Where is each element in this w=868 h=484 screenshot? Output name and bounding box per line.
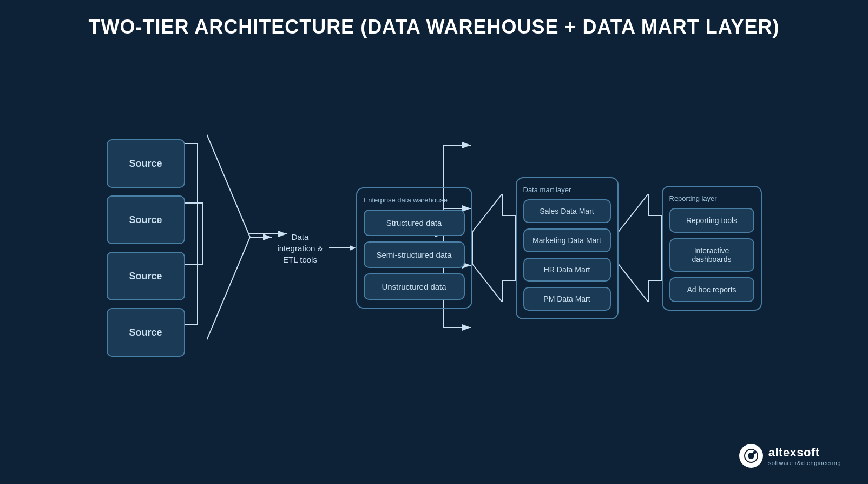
logo-name: altexsoft: [768, 446, 841, 460]
edw-item-2: Unstructured data: [364, 273, 465, 300]
sources-column: Source Source Source Source: [107, 139, 185, 357]
edw-item-1: Semi-structured data: [364, 241, 465, 268]
svg-point-27: [753, 451, 756, 454]
svg-marker-23: [472, 194, 516, 302]
etl-label: Data integration & ETL tools: [276, 231, 325, 265]
big-arrow-dm-reporting: [619, 194, 662, 302]
svg-marker-18: [207, 134, 250, 340]
source-box-4: Source: [107, 308, 185, 357]
funnel-svg: [207, 134, 272, 362]
datamart-item-1: Marketing Data Mart: [523, 228, 611, 252]
datamart-label: Data mart layer: [523, 186, 611, 194]
reporting-item-0: Reporting tools: [669, 208, 754, 233]
logo-subtitle: software r&d engineering: [768, 460, 841, 466]
reporting-label: Reporting layer: [669, 194, 754, 202]
reporting-container: Reporting layer Reporting tools Interact…: [662, 186, 762, 311]
arrow-etl-edw: [329, 240, 356, 256]
reporting-item-2: Ad hoc reports: [669, 277, 754, 302]
source-box-3: Source: [107, 252, 185, 300]
svg-marker-24: [619, 194, 662, 302]
datamart-container: Data mart layer Sales Data Mart Marketin…: [516, 177, 619, 319]
datamart-item-3: PM Data Mart: [523, 287, 611, 311]
diagram-container: Source Source Source Source Data integra…: [0, 38, 868, 452]
logo-icon: [739, 444, 763, 468]
logo-container: altexsoft software r&d engineering: [739, 444, 841, 468]
datamart-item-0: Sales Data Mart: [523, 199, 611, 223]
page-title: TWO-TIER ARCHITECTURE (DATA WAREHOUSE + …: [0, 0, 868, 38]
edw-label: Enterprise data warehouse: [364, 196, 465, 204]
svg-marker-22: [350, 245, 356, 251]
edw-item-0: Structured data: [364, 210, 465, 236]
datamart-item-2: HR Data Mart: [523, 258, 611, 282]
edw-container: Enterprise data warehouse Structured dat…: [356, 187, 472, 309]
reporting-item-1: Interactive dashboards: [669, 238, 754, 272]
big-arrow-edw-dm: [472, 194, 516, 302]
logo-text: altexsoft software r&d engineering: [768, 446, 841, 466]
source-box-2: Source: [107, 195, 185, 244]
source-box-1: Source: [107, 139, 185, 188]
